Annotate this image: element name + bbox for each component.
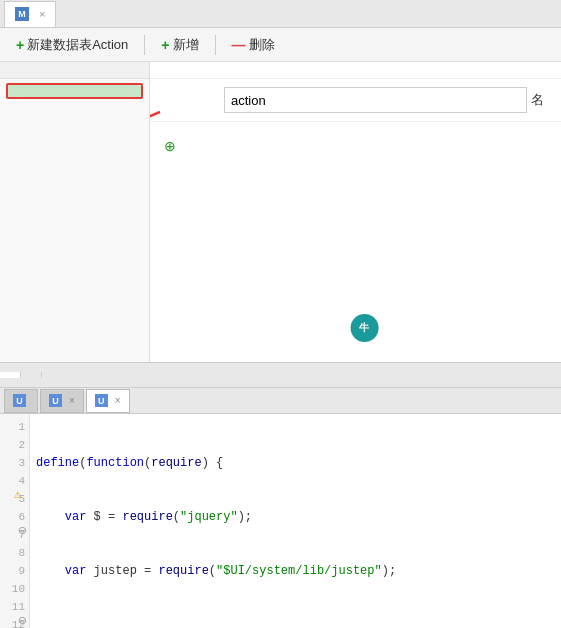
name-input[interactable] <box>224 87 527 113</box>
main-content: 名 ⊕ 牛 <box>0 62 561 362</box>
warning-indicator: ⚠ <box>14 486 22 502</box>
code-line-1: define(function(require) { <box>36 454 555 472</box>
tab-icon-index: U <box>49 394 62 407</box>
main-activity-tab[interactable]: U × <box>86 389 130 413</box>
params-add-button[interactable]: ⊕ <box>164 138 178 154</box>
delete-label: 删除 <box>249 36 275 54</box>
minus-icon: — <box>232 37 246 53</box>
source-tab[interactable] <box>0 372 21 378</box>
add-button[interactable]: + 新增 <box>153 33 206 57</box>
toolbar-separator-1 <box>144 35 145 55</box>
right-panel: 名 ⊕ 牛 <box>150 62 561 362</box>
code-line-4 <box>36 616 555 628</box>
index-tab-close[interactable]: × <box>69 395 75 406</box>
name-field-row: 名 <box>150 79 561 122</box>
params-add-icon: ⊕ <box>164 138 176 154</box>
left-panel <box>0 62 150 362</box>
add-label: 新增 <box>173 36 199 54</box>
collapse-indicator-2[interactable]: ⊖ <box>18 612 26 628</box>
watermark-logo: 牛 <box>350 314 384 342</box>
code-content: define(function(require) { var $ = requi… <box>30 414 561 628</box>
left-panel-header <box>0 62 149 79</box>
delete-button[interactable]: — 删除 <box>224 33 283 57</box>
top-tab-close[interactable]: × <box>39 8 45 20</box>
top-tab-bar: M × <box>0 0 561 28</box>
plus-icon-2: + <box>161 37 169 53</box>
plus-icon: + <box>16 37 24 53</box>
line-numbers: 1 2 3 4 5 6 7 8 9 10 11 12 13 14 15 <box>0 414 30 628</box>
tab-icon-m: M <box>15 7 29 21</box>
top-tab-action-service[interactable]: M × <box>4 1 56 27</box>
code-line-2: var $ = require("jquery"); <box>36 508 555 526</box>
code-editor[interactable]: 1 2 3 4 5 6 7 8 9 10 11 12 13 14 15 defi… <box>0 414 561 628</box>
tab-icon-main: U <box>95 394 108 407</box>
design-tab[interactable] <box>21 372 42 378</box>
new-action-label: 新建数据表Action <box>27 36 128 54</box>
params-title <box>150 122 561 134</box>
tab-icon-welcome: U <box>13 394 26 407</box>
new-action-button[interactable]: + 新建数据表Action <box>8 33 136 57</box>
source-design-tabs <box>0 362 561 388</box>
collapse-indicator-1[interactable]: ⊖ <box>18 522 26 539</box>
toolbar-separator-2 <box>215 35 216 55</box>
action-list-item[interactable] <box>6 83 143 99</box>
name-suffix: 名 <box>527 91 547 109</box>
index-tab[interactable]: U × <box>40 389 84 413</box>
main-activity-tab-close[interactable]: × <box>115 395 121 406</box>
code-line-3: var justep = require("$UI/system/lib/jus… <box>36 562 555 580</box>
welcome-tab[interactable]: U <box>4 389 38 413</box>
toolbar: + 新建数据表Action + 新增 — 删除 <box>0 28 561 62</box>
editor-tabs: U U × U × <box>0 388 561 414</box>
params-toolbar: ⊕ <box>150 134 561 158</box>
basic-info-title <box>150 62 561 79</box>
